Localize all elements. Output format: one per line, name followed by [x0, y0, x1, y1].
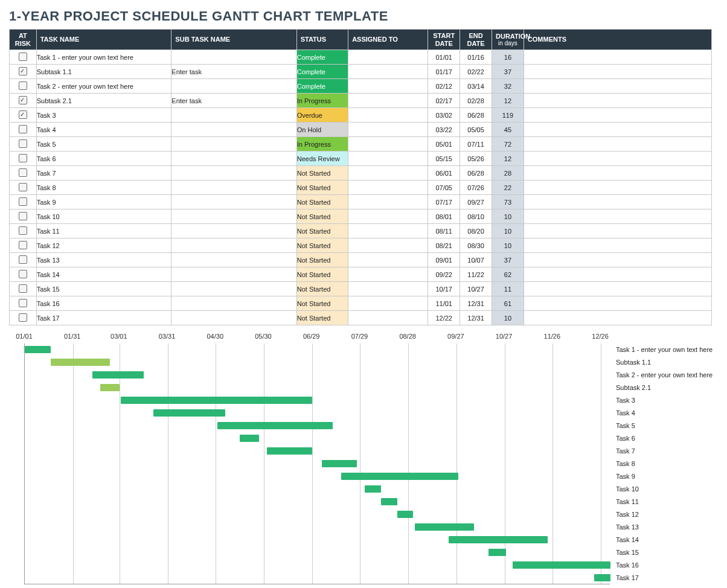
task-name-cell[interactable]: Task 5 [36, 137, 171, 152]
gantt-bar[interactable] [121, 397, 312, 404]
risk-cell[interactable] [10, 181, 37, 195]
comments-cell[interactable] [524, 224, 711, 238]
gantt-bar[interactable] [92, 371, 144, 379]
subtask-name-cell[interactable] [171, 195, 296, 209]
gantt-bar[interactable] [25, 346, 51, 353]
end-date-cell[interactable]: 10/27 [460, 282, 492, 296]
comments-cell[interactable] [524, 137, 711, 152]
end-date-cell[interactable]: 03/14 [460, 79, 492, 94]
comments-cell[interactable] [524, 209, 711, 224]
risk-cell[interactable] [10, 65, 37, 79]
assigned-cell[interactable] [348, 238, 428, 253]
assigned-cell[interactable] [348, 166, 428, 181]
subtask-name-cell[interactable] [171, 224, 296, 238]
status-cell[interactable]: Not Started [296, 166, 348, 181]
gantt-bar[interactable] [322, 460, 357, 467]
risk-cell[interactable] [10, 108, 37, 123]
assigned-cell[interactable] [348, 224, 428, 238]
task-name-cell[interactable]: Subtask 2.1 [36, 94, 171, 108]
subtask-name-cell[interactable] [171, 296, 296, 311]
gantt-bar[interactable] [449, 536, 548, 543]
status-cell[interactable]: Not Started [296, 238, 348, 253]
checkbox-icon[interactable] [19, 168, 27, 177]
subtask-name-cell[interactable] [171, 267, 296, 282]
assigned-cell[interactable] [348, 50, 428, 65]
subtask-name-cell[interactable] [171, 253, 296, 267]
status-cell[interactable]: On Hold [296, 123, 348, 137]
checkbox-icon[interactable] [19, 183, 27, 191]
assigned-cell[interactable] [348, 311, 428, 325]
risk-cell[interactable] [10, 296, 37, 311]
comments-cell[interactable] [524, 253, 711, 267]
subtask-name-cell[interactable] [171, 108, 296, 123]
subtask-name-cell[interactable] [171, 181, 296, 195]
start-date-cell[interactable]: 07/17 [428, 195, 460, 209]
checkbox-icon[interactable] [19, 241, 27, 249]
subtask-name-cell[interactable] [171, 79, 296, 94]
comments-cell[interactable] [524, 108, 711, 123]
end-date-cell[interactable]: 06/28 [460, 108, 492, 123]
gantt-bar[interactable] [488, 549, 506, 556]
comments-cell[interactable] [524, 282, 711, 296]
checkbox-icon[interactable] [19, 67, 27, 75]
start-date-cell[interactable]: 05/01 [428, 137, 460, 152]
assigned-cell[interactable] [348, 137, 428, 152]
comments-cell[interactable] [524, 152, 711, 166]
subtask-name-cell[interactable] [171, 209, 296, 224]
checkbox-icon[interactable] [19, 154, 27, 162]
task-name-cell[interactable]: Task 4 [36, 123, 171, 137]
status-cell[interactable]: Not Started [296, 195, 348, 209]
subtask-name-cell[interactable]: Enter task [171, 94, 296, 108]
gantt-bar[interactable] [267, 447, 312, 455]
status-cell[interactable]: Complete [296, 79, 348, 94]
task-name-cell[interactable]: Task 17 [36, 311, 171, 325]
end-date-cell[interactable]: 07/11 [460, 137, 492, 152]
gantt-bar[interactable] [513, 561, 610, 569]
checkbox-icon[interactable] [19, 313, 27, 322]
gantt-bar[interactable] [51, 359, 110, 366]
start-date-cell[interactable]: 12/22 [428, 311, 460, 325]
status-cell[interactable]: Not Started [296, 224, 348, 238]
risk-cell[interactable] [10, 137, 37, 152]
task-name-cell[interactable]: Task 16 [36, 296, 171, 311]
start-date-cell[interactable]: 03/22 [428, 123, 460, 137]
task-name-cell[interactable]: Task 1 - enter your own text here [36, 50, 171, 65]
risk-cell[interactable] [10, 166, 37, 181]
end-date-cell[interactable]: 10/07 [460, 253, 492, 267]
task-name-cell[interactable]: Task 14 [36, 267, 171, 282]
comments-cell[interactable] [524, 65, 711, 79]
start-date-cell[interactable]: 08/01 [428, 209, 460, 224]
checkbox-icon[interactable] [19, 226, 27, 235]
assigned-cell[interactable] [348, 253, 428, 267]
end-date-cell[interactable]: 06/28 [460, 166, 492, 181]
end-date-cell[interactable]: 12/31 [460, 296, 492, 311]
subtask-name-cell[interactable] [171, 137, 296, 152]
end-date-cell[interactable]: 07/26 [460, 181, 492, 195]
checkbox-icon[interactable] [19, 139, 27, 148]
assigned-cell[interactable] [348, 296, 428, 311]
comments-cell[interactable] [524, 296, 711, 311]
start-date-cell[interactable]: 09/22 [428, 267, 460, 282]
checkbox-icon[interactable] [19, 284, 27, 293]
risk-cell[interactable] [10, 311, 37, 325]
comments-cell[interactable] [524, 79, 711, 94]
task-name-cell[interactable]: Task 11 [36, 224, 171, 238]
end-date-cell[interactable]: 08/30 [460, 238, 492, 253]
checkbox-icon[interactable] [19, 270, 27, 278]
status-cell[interactable]: Overdue [296, 108, 348, 123]
status-cell[interactable]: Not Started [296, 209, 348, 224]
gantt-bar[interactable] [153, 409, 226, 417]
subtask-name-cell[interactable] [171, 282, 296, 296]
assigned-cell[interactable] [348, 152, 428, 166]
assigned-cell[interactable] [348, 181, 428, 195]
comments-cell[interactable] [524, 166, 711, 181]
task-name-cell[interactable]: Task 10 [36, 209, 171, 224]
status-cell[interactable]: In Progress [296, 94, 348, 108]
task-name-cell[interactable]: Task 3 [36, 108, 171, 123]
status-cell[interactable]: Not Started [296, 253, 348, 267]
comments-cell[interactable] [524, 267, 711, 282]
task-name-cell[interactable]: Task 9 [36, 195, 171, 209]
gantt-bar[interactable] [217, 422, 333, 429]
subtask-name-cell[interactable] [171, 152, 296, 166]
gantt-bar[interactable] [100, 384, 120, 391]
